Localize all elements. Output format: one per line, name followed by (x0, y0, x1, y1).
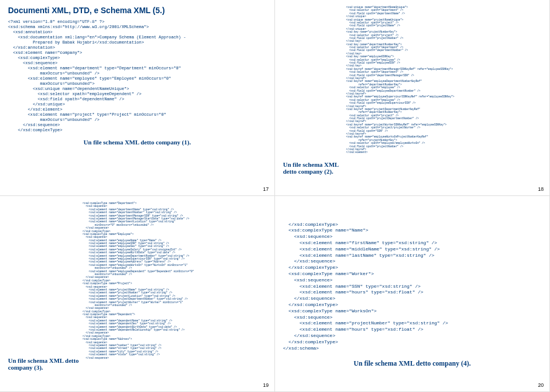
page-number: 20 (538, 382, 544, 388)
page-number: 19 (263, 382, 269, 388)
caption: Un file schema XML detto company (2). (283, 161, 346, 175)
slide-17: Documenti XML, DTD, e Schema XML (5.) <?… (0, 0, 275, 196)
slide-19: Un file schema XML detto company (3). <x… (0, 196, 275, 392)
code-block: <xsd:complexType name="Department"> <xsd… (82, 202, 266, 359)
page-number: 17 (263, 186, 269, 192)
slide-18: Un file schema XML detto company (2). <x… (275, 0, 550, 196)
code-block: </xsd:complexType> <xsd:complexType name… (283, 222, 541, 352)
slides-grid: Documenti XML, DTD, e Schema XML (5.) <?… (0, 0, 550, 392)
slide-title: Documenti XML, DTD, e Schema XML (5.) (8, 6, 266, 15)
slide-20: </xsd:complexType> <xsd:complexType name… (275, 196, 550, 392)
caption: Un file schema XML detto company (1). (8, 139, 266, 146)
page-number: 18 (538, 186, 544, 192)
caption: Un file schema XML detto company (3). (8, 357, 82, 371)
code-block: <xsd:unique name="departmentNameUnique">… (346, 6, 541, 154)
caption: Un file schema XML detto company (4). (283, 359, 541, 368)
code-block: <?xml version="1.0" encoding="UTF-8" ?> … (8, 19, 266, 133)
